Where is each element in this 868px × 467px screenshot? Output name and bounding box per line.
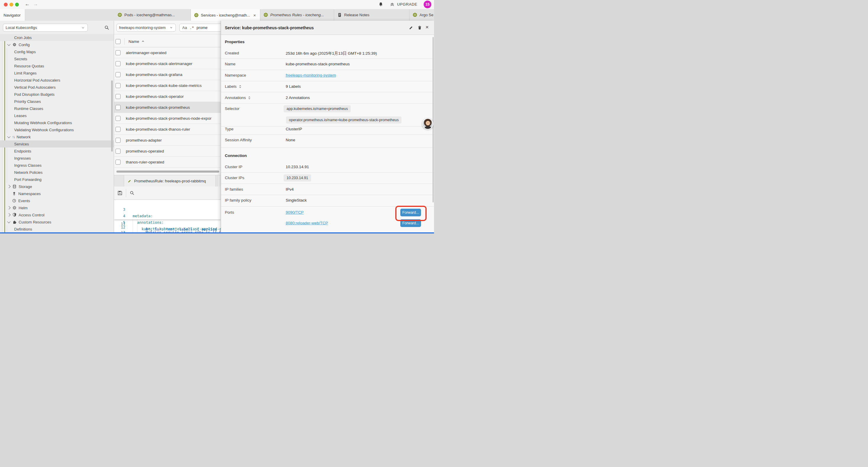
- tab-release-notes[interactable]: Release Notes: [334, 9, 409, 21]
- row-checkbox[interactable]: [116, 61, 121, 66]
- row-checkbox[interactable]: [116, 159, 121, 165]
- notification-count-badge[interactable]: 15: [424, 1, 431, 8]
- tab-services[interactable]: Services - icecheng@math... ×: [191, 9, 260, 21]
- tab-pods[interactable]: Pods - icecheng@mathmas...: [114, 9, 191, 21]
- upgrade-button[interactable]: UPGRADE: [397, 2, 417, 6]
- sidebar-item-port-forwarding[interactable]: Port Forwarding: [0, 176, 114, 183]
- minimize-window-button[interactable]: [9, 3, 13, 6]
- kubeconfig-selector[interactable]: Local Kubeconfigs: [3, 24, 88, 32]
- sidebar-item-vertical-pod-autoscalers[interactable]: Vertical Pod Autoscalers: [0, 84, 114, 91]
- sidebar-item-endpoints[interactable]: Endpoints: [0, 147, 114, 154]
- port-link-8080[interactable]: 8080:reloader-web/TCP: [286, 221, 328, 225]
- code-line: 3 metadata:: [114, 200, 221, 206]
- notifications-bell-icon[interactable]: [378, 2, 383, 7]
- column-header-name[interactable]: Name: [128, 39, 139, 44]
- sidebar-item-priority-classes[interactable]: Priority Classes: [0, 98, 114, 105]
- chevron-right-icon: [7, 185, 10, 188]
- table-row[interactable]: kube-prometheus-stack-alertmanager: [114, 58, 221, 69]
- close-tab-icon[interactable]: ×: [253, 13, 256, 18]
- sidebar-item-config-maps[interactable]: Config Maps: [0, 48, 114, 55]
- sidebar-item-config[interactable]: Config: [0, 41, 114, 48]
- table-row[interactable]: kube-prometheus-stack-grafana: [114, 69, 221, 80]
- sidebar-item-mutating-webhook-configurations[interactable]: Mutating Webhook Configurations: [0, 119, 114, 126]
- navigator-panel-tab[interactable]: Navigator: [0, 9, 25, 21]
- sidebar-item-secrets[interactable]: Secrets: [0, 55, 114, 62]
- sidebar-item-definitions[interactable]: Definitions: [0, 226, 114, 233]
- namespace-link[interactable]: freeleaps-monitoring-system: [286, 73, 336, 78]
- sidebar-scrollbar[interactable]: [111, 80, 113, 152]
- name-value: kube-prometheus-stack-prometheus: [286, 62, 350, 66]
- code-line: 5 kubectl.kubernetes.io/last-applied-con: [114, 213, 221, 219]
- select-all-checkbox[interactable]: [116, 39, 121, 44]
- close-panel-icon[interactable]: ×: [426, 24, 430, 29]
- back-button[interactable]: ←: [25, 1, 30, 7]
- table-row[interactable]: kube-prometheus-stack-prometheus-node-ex…: [114, 113, 221, 124]
- editor-tab-prometheusrule[interactable]: PrometheusRule: freeleaps-prod-rabbitmq: [124, 175, 216, 187]
- sidebar-item-runtime-classes[interactable]: Runtime Classes: [0, 105, 114, 112]
- maximize-window-button[interactable]: [15, 3, 19, 6]
- row-checkbox[interactable]: [116, 50, 121, 55]
- sidebar-item-network-policies[interactable]: Network Policies: [0, 169, 114, 176]
- sidebar-item-helm[interactable]: Helm: [0, 204, 114, 211]
- sidebar-item-pod-disruption-budgets[interactable]: Pod Disruption Budgets: [0, 91, 114, 98]
- sidebar-item-horizontal-pod-autoscalers[interactable]: Horizontal Pod Autoscalers: [0, 77, 114, 84]
- sidebar-item-events[interactable]: Events: [0, 197, 114, 204]
- puzzle-icon: [12, 220, 17, 224]
- table-row[interactable]: kube-prometheus-stack-operator: [114, 91, 221, 102]
- forward-button[interactable]: →: [33, 1, 38, 7]
- row-checkbox[interactable]: [116, 105, 121, 110]
- save-icon[interactable]: [117, 190, 123, 196]
- connection-heading: Connection: [225, 153, 247, 158]
- sidebar-item-validating-webhook-configurations[interactable]: Validating Webhook Configurations: [0, 126, 114, 133]
- row-checkbox[interactable]: [116, 138, 121, 143]
- table-row[interactable]: alertmanager-operated: [114, 47, 221, 58]
- sidebar-item-resource-quotas[interactable]: Resource Quotas: [0, 62, 114, 69]
- helm-wheel-icon: [12, 205, 17, 210]
- editor-tab-bar: PrometheusRule: freeleaps-prod-rabbitmq: [114, 175, 221, 187]
- annotations-label: Annotations: [225, 95, 251, 100]
- row-checkbox[interactable]: [116, 149, 121, 154]
- resource-search-input[interactable]: Aa .* prome: [179, 24, 221, 32]
- namespace-filter-dropdown[interactable]: freeleaps-monitoring-system: [116, 24, 176, 32]
- editor-search-icon[interactable]: [129, 191, 135, 196]
- expand-collapse-icon[interactable]: [238, 85, 242, 89]
- table-row[interactable]: kube-prometheus-stack-kube-state-metrics: [114, 80, 221, 91]
- table-row[interactable]: kube-prometheus-stack-thanos-ruler: [114, 124, 221, 135]
- tab-argo[interactable]: Argo Se: [409, 9, 434, 21]
- sidebar-item-custom-resources[interactable]: Custom Resources: [0, 218, 114, 226]
- port-link-9090[interactable]: 9090/TCP: [286, 210, 304, 214]
- sidebar-item-services[interactable]: Services: [0, 140, 114, 147]
- edit-pencil-icon[interactable]: [409, 25, 414, 30]
- sort-ascending-icon[interactable]: [141, 39, 145, 43]
- navigator-tree: Cron Jobs Config Config Maps Secrets Res…: [0, 34, 114, 233]
- yaml-editor[interactable]: 11 0", for: "nm", labels :{ service : 3 …: [114, 200, 221, 233]
- sidebar-item-access-control[interactable]: Access Control: [0, 211, 114, 218]
- row-checkbox[interactable]: [116, 94, 121, 99]
- table-row[interactable]: prometheus-adapter: [114, 135, 221, 146]
- row-checkbox[interactable]: [116, 127, 121, 132]
- row-checkbox[interactable]: [116, 72, 121, 77]
- sidebar-item-limit-ranges[interactable]: Limit Ranges: [0, 69, 114, 77]
- sidebar-item-network[interactable]: ↑↓ Network: [0, 133, 114, 140]
- regex-icon[interactable]: .*: [190, 26, 194, 30]
- sidebar-item-ingresses[interactable]: Ingresses: [0, 154, 114, 162]
- table-row-selected[interactable]: kube-prometheus-stack-prometheus: [114, 102, 221, 113]
- table-row[interactable]: thanos-ruler-operated: [114, 157, 221, 168]
- match-case-icon[interactable]: Aa: [182, 25, 187, 30]
- row-checkbox[interactable]: [116, 116, 121, 121]
- sidebar-item-storage[interactable]: Storage: [0, 183, 114, 190]
- sidebar-item-leases[interactable]: Leases: [0, 112, 114, 119]
- sidebar-search-icon[interactable]: [104, 25, 110, 30]
- delete-trash-icon[interactable]: [417, 25, 422, 30]
- expand-collapse-icon[interactable]: [247, 96, 251, 100]
- user-avatar[interactable]: [422, 118, 433, 129]
- sidebar-item-namespaces[interactable]: Namespaces: [0, 190, 114, 197]
- row-checkbox[interactable]: [116, 83, 121, 88]
- sidebar-item-cron-jobs[interactable]: Cron Jobs: [0, 34, 114, 41]
- sidebar-item-ingress-classes[interactable]: Ingress Classes: [0, 162, 114, 169]
- horizontal-scrollbar[interactable]: [116, 171, 219, 173]
- detail-scrollbar[interactable]: [433, 37, 434, 202]
- tab-prometheus-rules[interactable]: Prometheus Rules - icecheng...: [260, 9, 334, 21]
- close-window-button[interactable]: [4, 3, 8, 6]
- table-row[interactable]: prometheus-operated: [114, 146, 221, 157]
